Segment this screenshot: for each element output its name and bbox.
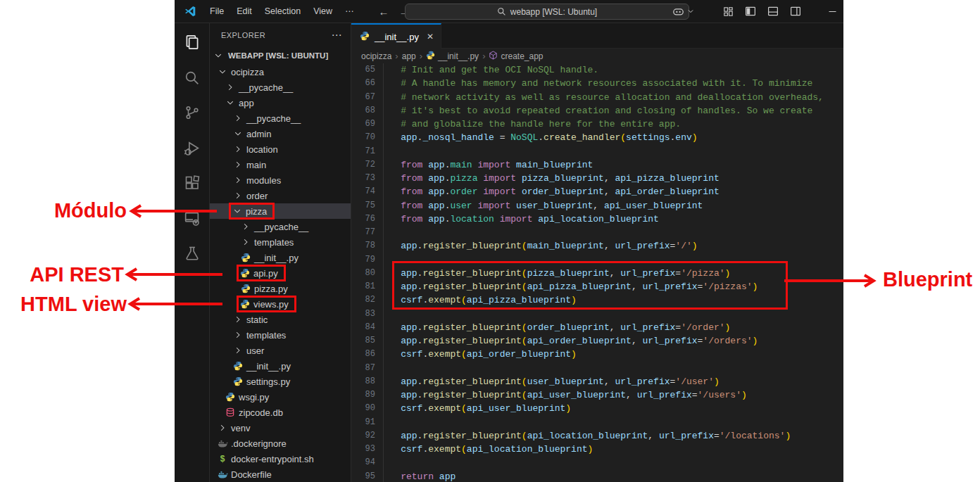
code-line[interactable]: 92 app.register_blueprint(api_location_b… (351, 429, 843, 443)
code-line[interactable]: 88 app.register_blueprint(user_blueprint… (351, 375, 843, 388)
code-line[interactable]: 69 # and globalize the handle here for t… (351, 118, 843, 131)
tab-init-py[interactable]: __init__.py ✕ (351, 23, 441, 49)
tree-item-modules[interactable]: modules (210, 172, 351, 188)
tree-item-venv[interactable]: venv (210, 420, 351, 436)
code-line[interactable]: 95 return app (351, 470, 843, 482)
window-title: webapp [WSL: Ubuntu] (510, 7, 597, 17)
code-line[interactable]: 86 csrf.exempt(api_order_blueprint) (351, 348, 843, 361)
tree-item-order[interactable]: order (210, 188, 351, 203)
breadcrumb-item-app[interactable]: app (402, 51, 416, 61)
menu-view[interactable]: View (307, 4, 339, 19)
tree-item-pycache[interactable]: __pycache__ (210, 219, 351, 234)
extensions-icon[interactable] (182, 172, 203, 194)
breadcrumb-item-init-py[interactable]: __init__.py (426, 51, 479, 62)
tree-item-init-py[interactable]: __init__.py (210, 358, 351, 374)
code-line[interactable]: 93 csrf.exempt(api_location_blueprint) (351, 443, 843, 456)
code-line[interactable]: 74 from app.order import order_blueprint… (351, 185, 843, 198)
tree-item-pizza[interactable]: pizza (210, 203, 351, 219)
line-number: 65 (351, 63, 375, 77)
code-line[interactable]: 65 # Init and get the OCI NoSQL handle. (351, 63, 843, 77)
tree-item-dockerignore[interactable]: .dockerignore (210, 436, 351, 451)
tree-item-templates[interactable]: templates (210, 327, 351, 343)
search-icon[interactable] (182, 67, 203, 88)
code-line[interactable]: 71 (351, 145, 843, 158)
menu-edit[interactable]: Edit (230, 4, 258, 19)
menu-selection[interactable]: Selection (258, 4, 307, 19)
code-line[interactable]: 91 (351, 416, 843, 429)
tree-item-user[interactable]: user (210, 343, 351, 358)
tree-item-pycache[interactable]: __pycache__ (210, 80, 351, 95)
tree-item-label: admin (246, 129, 271, 139)
testing-icon[interactable] (182, 243, 203, 264)
code-line[interactable]: 75 from app.user import user_blueprint, … (351, 199, 843, 213)
shell-file-icon: $ (217, 453, 228, 464)
tree-item-app[interactable]: app (210, 95, 351, 110)
activity-bar (175, 23, 210, 482)
line-number: 90 (351, 402, 375, 415)
chevron-down-icon[interactable] (687, 8, 694, 15)
tree-item-ocipizza[interactable]: ocipizza (210, 64, 351, 80)
copilot-icon[interactable] (672, 5, 685, 18)
breadcrumb-item-ocipizza[interactable]: ocipizza (361, 51, 391, 61)
code-line[interactable]: 77 (351, 226, 843, 239)
close-icon[interactable]: ✕ (427, 32, 434, 42)
code-line[interactable]: 68 # it's best to avoid repeated creatio… (351, 104, 843, 118)
tree-item-label: api.py (253, 268, 278, 279)
minimize-icon[interactable] (827, 6, 838, 17)
breadcrumb-separator: › (395, 51, 398, 61)
command-center-search[interactable]: webapp [WSL: Ubuntu] (405, 4, 689, 20)
tree-item-admin[interactable]: admin (210, 126, 351, 141)
layout-secondary-icon[interactable] (789, 5, 802, 18)
tree-item-init-py[interactable]: __init__.py (210, 250, 351, 265)
python-file-icon (232, 360, 244, 372)
tree-item-main[interactable]: main (210, 157, 351, 172)
breadcrumb-item-create-app[interactable]: create_app (489, 51, 543, 62)
tree-item-settings-py[interactable]: settings.py (210, 374, 351, 389)
run-debug-icon[interactable] (182, 137, 203, 158)
code-line[interactable]: 72 from app.main import main_blueprint (351, 158, 843, 172)
tree-item-docker-entrypoint-sh[interactable]: $docker-entrypoint.sh (210, 451, 351, 467)
chevron-right-icon (232, 190, 244, 201)
remote-icon[interactable] (182, 208, 203, 229)
tree-item-templates[interactable]: templates (210, 234, 351, 250)
menu-file[interactable]: File (203, 4, 230, 19)
annotation-box: pizza (229, 203, 275, 220)
more-actions-icon[interactable]: ⋯ (332, 29, 342, 42)
code-line[interactable]: 90 csrf.exempt(api_user_blueprint) (351, 402, 843, 415)
code-line[interactable]: 87 (351, 362, 843, 375)
menu-[interactable]: ⋯ (339, 4, 360, 19)
workspace-root-label: WEBAPP [WSL: UBUNTU] (228, 51, 328, 60)
tree-item-wsgi-py[interactable]: wsgi.py (210, 389, 351, 405)
tree-item-label: pizza (246, 206, 267, 217)
tree-item-label: __pycache__ (246, 113, 301, 124)
code-line[interactable]: 94 (351, 456, 843, 469)
code-line[interactable]: 85 app.register_blueprint(api_order_blue… (351, 334, 843, 348)
code-line[interactable]: 73 from app.pizza import pizza_blueprint… (351, 172, 843, 185)
tree-item-location[interactable]: location (210, 141, 351, 157)
code-line[interactable]: 70 app._nosql_handle = NoSQL.create_hand… (351, 131, 843, 144)
code-line[interactable]: 67 # network activity as well as resourc… (351, 91, 843, 104)
tree-item-views-py[interactable]: views.py (210, 296, 351, 312)
tree-item-zipcode-db[interactable]: zipcode.db (210, 405, 351, 420)
tree-item-static[interactable]: static (210, 312, 351, 327)
layout-sidebar-icon[interactable] (744, 5, 757, 18)
code-line[interactable]: 66 # A handle has memory and network res… (351, 77, 843, 90)
tree-item-label: zipcode.db (239, 407, 283, 418)
layout-panel-icon[interactable] (767, 5, 779, 18)
tree-item-pycache[interactable]: __pycache__ (210, 110, 351, 126)
tree-item-dockerfile[interactable]: Dockerfile (210, 467, 351, 482)
source-control-icon[interactable] (182, 102, 203, 123)
workspace-root-row[interactable]: WEBAPP [WSL: UBUNTU] (210, 47, 351, 64)
code-line[interactable]: 78 app.register_blueprint(main_blueprint… (351, 239, 843, 253)
tree-item-api-py[interactable]: api.py (210, 265, 351, 281)
files-icon[interactable] (182, 32, 203, 53)
python-file-icon (232, 376, 244, 387)
code-line[interactable]: 84 app.register_blueprint(order_blueprin… (351, 321, 843, 334)
annotation-box: api.py (237, 265, 286, 281)
tree-item-pizza-py[interactable]: pizza.py (210, 281, 351, 296)
tree-item-label: main (246, 160, 266, 170)
code-line[interactable]: 76 from app.location import api_location… (351, 213, 843, 226)
back-arrow-icon[interactable]: ← (379, 6, 389, 18)
code-line[interactable]: 89 app.register_blueprint(api_user_bluep… (351, 388, 843, 402)
layout-grid-icon[interactable] (722, 6, 734, 18)
